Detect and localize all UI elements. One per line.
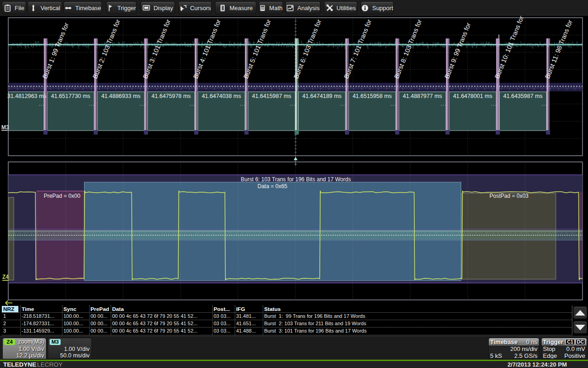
svg-text:Data = 0x65: Data = 0x65 — [257, 183, 287, 190]
svg-text:Burst 6: 103 Trans for 196 Bi: Burst 6: 103 Trans for 196 Bits and 17 W… — [241, 176, 351, 183]
svg-text:41.6415987 ms: 41.6415987 ms — [252, 93, 291, 99]
svg-text:41.6517730 ms: 41.6517730 ms — [51, 93, 90, 99]
svg-text:PostPad = 0x03: PostPad = 0x03 — [489, 193, 528, 199]
svg-text:41.6474189 ms: 41.6474189 ms — [302, 93, 341, 99]
svg-text:41.6474038 ms: 41.6474038 ms — [202, 93, 241, 99]
svg-text:41.4887977 ms: 41.4887977 ms — [403, 93, 442, 99]
svg-text:41.4886933 ms: 41.4886933 ms — [101, 93, 140, 99]
svg-text:31.4812963 ms: 31.4812963 ms — [7, 93, 46, 99]
svg-text:41.6515958 ms: 41.6515958 ms — [352, 93, 391, 99]
svg-text:41.6435987 ms: 41.6435987 ms — [503, 93, 543, 99]
svg-text:Z4: Z4 — [2, 274, 9, 280]
svg-text:41.6475978 ms: 41.6475978 ms — [152, 93, 191, 99]
svg-text:PrePad = 0x00: PrePad = 0x00 — [44, 193, 80, 199]
svg-text:M3: M3 — [1, 124, 9, 131]
svg-text:41.6478001 ms: 41.6478001 ms — [453, 93, 492, 99]
